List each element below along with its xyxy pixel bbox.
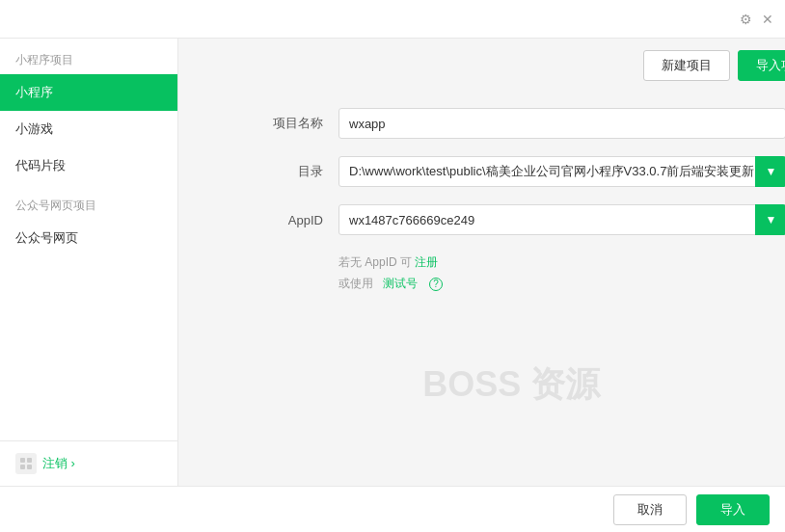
sidebar-item-miniapp[interactable]: 小程序 (0, 74, 177, 111)
form-hints: 若无 AppID 可 注册 或使用 测试号 ? (256, 253, 785, 294)
appid-display[interactable]: wx1487c766669ce249 (338, 204, 785, 235)
sidebar-bottom-icon (15, 453, 37, 474)
svg-rect-3 (27, 465, 32, 469)
svg-rect-2 (20, 465, 25, 469)
bottom-bar: 取消 导入 (0, 486, 785, 532)
sidebar-item-minigame[interactable]: 小游戏 (0, 111, 177, 147)
sidebar-item-code[interactable]: 代码片段 (0, 147, 177, 184)
dir-select-wrapper: D:\www\work\test\public\稿美企业公司官网小程序V33.0… (338, 156, 785, 187)
name-input[interactable] (338, 108, 785, 139)
svg-rect-0 (20, 458, 25, 463)
dir-arrow[interactable]: ▼ (755, 156, 785, 187)
import-project-button[interactable]: 导入项目 (738, 50, 785, 81)
name-label: 项目名称 (256, 115, 323, 132)
sidebar-logout-link[interactable]: 注销 › (42, 455, 75, 472)
hint-question-icon[interactable]: ? (429, 278, 443, 291)
form-area: 项目名称 目录 D:\www\work\test\public\稿美企业公司官网… (178, 89, 785, 313)
appid-arrow[interactable]: ▼ (755, 204, 785, 235)
dir-label: 目录 (256, 163, 323, 180)
close-icon[interactable]: ✕ (762, 12, 773, 27)
new-project-button[interactable]: 新建项目 (643, 50, 730, 81)
appid-select-wrapper: wx1487c766669ce249 ▼ (338, 204, 785, 235)
appid-label: AppID (256, 213, 323, 227)
hint-register-link[interactable]: 注册 (415, 255, 438, 269)
sidebar-item-webpage[interactable]: 公众号网页 (0, 220, 177, 256)
dir-display[interactable]: D:\www\work\test\public\稿美企业公司官网小程序V33.0… (338, 156, 785, 187)
sidebar-bottom: 注销 › (0, 440, 177, 486)
form-row-name: 项目名称 (256, 108, 785, 139)
hint-text2: 或使用 (338, 277, 373, 290)
settings-icon[interactable]: ⚙ (740, 12, 752, 27)
watermark: BOSS 资源 (422, 361, 600, 409)
content-area: 新建项目 导入项目 项目名称 目录 D:\www\work\test\publi… (178, 39, 785, 486)
cancel-button[interactable]: 取消 (613, 494, 687, 525)
hint-test-link[interactable]: 测试号 (383, 277, 418, 290)
top-actions: 新建项目 导入项目 (178, 39, 785, 89)
hint-text1: 若无 AppID 可 (338, 255, 412, 269)
title-bar: ⚙ ✕ (0, 0, 785, 39)
sidebar: 小程序项目 小程序 小游戏 代码片段 公众号网页项目 公众号网页 注销 › (0, 39, 178, 486)
form-row-dir: 目录 D:\www\work\test\public\稿美企业公司官网小程序V3… (256, 156, 785, 187)
main-layout: 小程序项目 小程序 小游戏 代码片段 公众号网页项目 公众号网页 注销 › 新建… (0, 39, 785, 486)
sidebar-section-miniapp: 小程序项目 (0, 39, 177, 74)
sidebar-section-webpage: 公众号网页项目 (0, 184, 177, 220)
title-bar-controls: ⚙ ✕ (740, 12, 773, 27)
import-button[interactable]: 导入 (696, 494, 770, 525)
svg-rect-1 (27, 458, 32, 463)
form-row-appid: AppID wx1487c766669ce249 ▼ (256, 204, 785, 235)
